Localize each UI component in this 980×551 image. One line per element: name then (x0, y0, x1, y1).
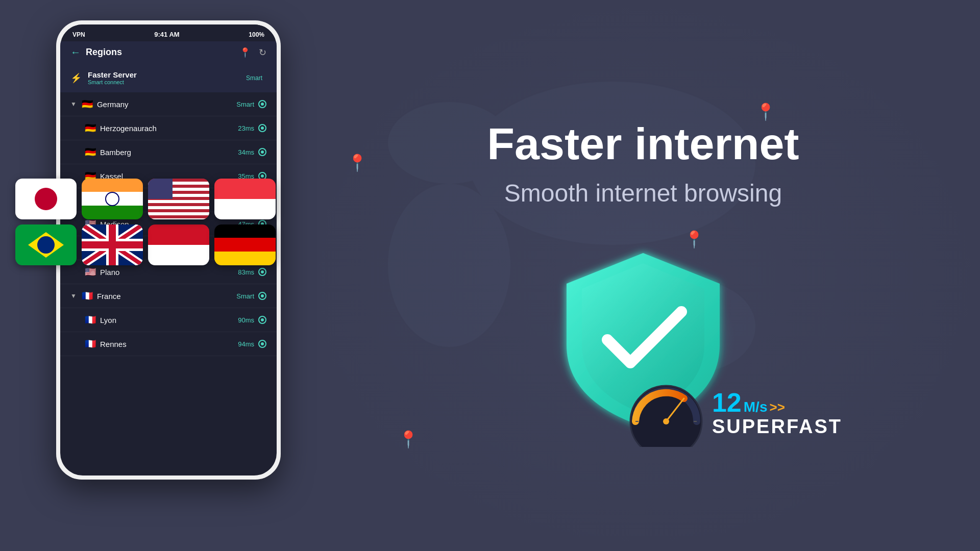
bamberg-dot (258, 148, 266, 156)
bamberg-flag: 🇩🇪 (85, 146, 96, 158)
plano-ping: 83ms (238, 268, 254, 276)
svg-point-10 (663, 418, 669, 424)
rennes-name: Rennes (100, 340, 238, 348)
sub-title: Smooth internet browsing (504, 179, 782, 207)
lyon-dot (258, 316, 266, 324)
herzogenaurach-dot (258, 124, 266, 132)
rennes-ping: 94ms (238, 340, 254, 348)
brazil-circle (37, 236, 55, 254)
france-name: France (97, 292, 236, 300)
faster-server-sub: Smart connect (88, 79, 246, 85)
usa-flag-box (148, 179, 209, 219)
germany-name: Germany (97, 100, 236, 109)
lyon-name: Lyon (100, 316, 238, 324)
brazil-flag-box (15, 224, 77, 265)
rennes-dot (258, 340, 266, 348)
rennes-item[interactable]: 🇫🇷 Rennes 94ms (60, 332, 277, 356)
rennes-flag: 🇫🇷 (85, 338, 96, 349)
herzogenaurach-item[interactable]: 🇩🇪 Herzogenaurach 23ms (60, 116, 277, 140)
india-wheel (105, 192, 119, 206)
battery-text: 100% (249, 31, 264, 38)
france-dot (258, 292, 266, 300)
germany-flag-box-2 (214, 224, 276, 265)
herzogenaurach-flag: 🇩🇪 (85, 122, 96, 134)
speed-text: 12 M/s >> SUPERFAST (712, 389, 842, 438)
bamberg-name: Bamberg (100, 148, 238, 157)
hero-section: Faster internet Smooth internet browsing (306, 0, 980, 551)
time-text: 9:41 AM (154, 31, 179, 38)
expand-icon: ▼ (70, 101, 77, 108)
shield-container: 12 M/s >> SUPERFAST (536, 238, 750, 432)
uk-flag-box (82, 224, 143, 265)
france-flag: 🇫🇷 (82, 290, 93, 302)
singapore-flag-box (214, 179, 276, 219)
germany-flag: 🇩🇪 (82, 98, 93, 110)
france-badge: Smart (236, 292, 254, 300)
lyon-ping: 90ms (238, 316, 254, 324)
lightning-icon: ⚡ (70, 72, 82, 84)
germany-dot (258, 100, 266, 108)
flag-row-1 (15, 179, 301, 219)
faster-server-item[interactable]: ⚡ Faster Server Smart connect Smart (60, 63, 277, 92)
main-title: Faster internet (487, 119, 799, 169)
faster-server-badge: Smart (246, 74, 262, 82)
usa-canton (148, 179, 173, 199)
lyon-flag: 🇫🇷 (85, 314, 96, 325)
superfast-label: SUPERFAST (712, 416, 842, 438)
phone-section: VPN 9:41 AM 100% ← Regions 📍 ↻ ⚡ (41, 15, 296, 536)
japan-flag-box (15, 179, 77, 219)
brazil-diamond (28, 232, 64, 258)
uk-flag-svg (82, 224, 143, 265)
gauge-container (625, 381, 707, 447)
speed-arrows: >> (769, 399, 785, 415)
carrier-text: VPN (72, 31, 85, 38)
faster-server-text: Faster Server Smart connect (88, 70, 246, 85)
india-flag-box (82, 179, 143, 219)
location-icon[interactable]: 📍 (239, 47, 251, 58)
plano-name: Plano (100, 268, 238, 277)
nav-title: Regions (86, 47, 239, 58)
lyon-item[interactable]: 🇫🇷 Lyon 90ms (60, 308, 277, 332)
speed-meter: 12 M/s >> SUPERFAST (625, 381, 842, 447)
flag-row-2 (15, 224, 301, 265)
herzogenaurach-ping: 23ms (238, 124, 254, 132)
plano-flag: 🇺🇸 (85, 266, 96, 278)
germany-badge: Smart (236, 101, 254, 108)
bamberg-ping: 34ms (238, 148, 254, 156)
france-expand-icon: ▼ (70, 292, 77, 299)
refresh-icon[interactable]: ↻ (259, 47, 266, 58)
nav-icons: 📍 ↻ (239, 47, 266, 58)
indonesia-flag-box (148, 224, 209, 265)
bamberg-item[interactable]: 🇩🇪 Bamberg 34ms (60, 140, 277, 164)
nav-bar: ← Regions 📍 ↻ (60, 41, 277, 63)
status-bar: VPN 9:41 AM 100% (60, 24, 277, 41)
plano-dot (258, 268, 266, 276)
speed-number: 12 (712, 389, 742, 416)
back-button[interactable]: ← (70, 46, 81, 58)
germany-country-item[interactable]: ▼ 🇩🇪 Germany Smart (60, 92, 277, 116)
japan-circle (35, 188, 57, 210)
france-country-item[interactable]: ▼ 🇫🇷 France Smart (60, 284, 277, 308)
gauge-svg (625, 381, 707, 447)
floating-flags (15, 179, 301, 265)
herzogenaurach-name: Herzogenaurach (100, 124, 238, 133)
faster-server-name: Faster Server (88, 70, 246, 79)
speed-unit-ms: M/s (744, 399, 768, 415)
